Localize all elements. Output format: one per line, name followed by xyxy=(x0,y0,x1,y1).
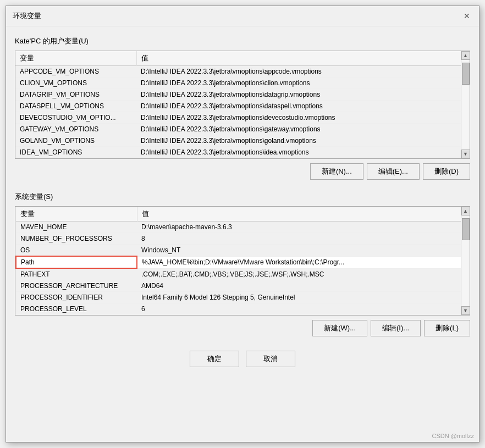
var-cell: DATAGRIP_VM_OPTIONS xyxy=(15,89,136,101)
var-cell: PROCESSOR_ARCHITECTURE xyxy=(16,280,137,292)
system-variables-table-container: 变量 值 MAVEN_HOMED:\maven\apache-maven-3.6… xyxy=(15,206,470,316)
user-scroll-up[interactable]: ▲ xyxy=(461,51,470,60)
system-scroll-track xyxy=(461,215,470,306)
val-cell: Intel64 Family 6 Model 126 Stepping 5, G… xyxy=(137,292,461,303)
close-button[interactable]: ✕ xyxy=(461,10,472,21)
var-cell: CLION_VM_OPTIONS xyxy=(15,78,136,89)
table-row[interactable]: IDEA_VM_OPTIONSD:\IntelliJ IDEA 2022.3.3… xyxy=(15,147,461,158)
user-section-title: Kate'PC 的用户变量(U) xyxy=(15,33,470,48)
val-cell: D:\IntelliJ IDEA 2022.3.3\jetbra\vmoptio… xyxy=(136,112,461,124)
val-cell: 6 xyxy=(137,303,461,315)
val-cell: .COM;.EXE;.BAT;.CMD;.VBS;.VBE;JS;.JSE;.W… xyxy=(137,268,461,280)
system-new-button[interactable]: 新建(W)... xyxy=(312,320,367,336)
user-edit-button[interactable]: 编辑(E)... xyxy=(367,163,420,180)
system-delete-button[interactable]: 删除(L) xyxy=(424,320,470,336)
val-cell: D:\maven\apache-maven-3.6.3 xyxy=(137,222,461,233)
val-cell: D:\IntelliJ IDEA 2022.3.3\jetbra\vmoptio… xyxy=(136,124,461,135)
var-cell: PATHEXT xyxy=(16,268,137,280)
val-cell: D:\IntelliJ IDEA 2022.3.3\jetbra\vmoptio… xyxy=(136,147,461,158)
var-cell: OS xyxy=(16,245,137,257)
var-cell: PROCESSOR_LEVEL xyxy=(16,303,137,315)
user-scroll-track xyxy=(461,60,470,150)
user-col-val-header: 值 xyxy=(136,51,461,66)
system-col-var-header: 变量 xyxy=(16,207,137,222)
system-edit-button[interactable]: 编辑(I)... xyxy=(371,320,421,336)
system-scrollbar[interactable]: ▲ ▼ xyxy=(461,207,470,315)
table-row[interactable]: MAVEN_HOMED:\maven\apache-maven-3.6.3 xyxy=(16,222,461,233)
system-col-val-header: 值 xyxy=(137,207,461,222)
table-row[interactable]: GOLAND_VM_OPTIONSD:\IntelliJ IDEA 2022.3… xyxy=(15,135,461,147)
val-cell: D:\IntelliJ IDEA 2022.3.3\jetbra\vmoptio… xyxy=(136,135,461,147)
user-table-header: 变量 值 xyxy=(15,51,461,66)
system-table-header: 变量 值 xyxy=(16,207,461,222)
user-variables-table: 变量 值 APPCODE_VM_OPTIONSD:\IntelliJ IDEA … xyxy=(15,51,461,158)
var-cell: APPCODE_VM_OPTIONS xyxy=(15,66,136,78)
var-cell: DATASPELL_VM_OPTIONS xyxy=(15,101,136,112)
user-variables-section: Kate'PC 的用户变量(U) 变量 值 APPCODE_VM_OPTIO xyxy=(15,33,470,182)
table-row[interactable]: DATAGRIP_VM_OPTIONSD:\IntelliJ IDEA 2022… xyxy=(15,89,461,101)
table-row[interactable]: DEVECOSTUDIO_VM_OPTIO...D:\IntelliJ IDEA… xyxy=(15,112,461,124)
val-cell: Windows_NT xyxy=(137,245,461,257)
user-table-wrapper: 变量 值 APPCODE_VM_OPTIONSD:\IntelliJ IDEA … xyxy=(15,51,461,158)
system-scroll-up[interactable]: ▲ xyxy=(461,207,470,215)
table-row[interactable]: DATASPELL_VM_OPTIONSD:\IntelliJ IDEA 202… xyxy=(15,101,461,112)
table-row[interactable]: Path%JAVA_HOME%\bin;D:\VMware\VMware Wor… xyxy=(16,256,461,268)
system-scroll-thumb[interactable] xyxy=(462,218,470,240)
var-cell: PROCESSOR_IDENTIFIER xyxy=(16,292,137,303)
cancel-button[interactable]: 取消 xyxy=(246,351,295,367)
user-col-var-header: 变量 xyxy=(15,51,136,66)
val-cell: D:\IntelliJ IDEA 2022.3.3\jetbra\vmoptio… xyxy=(136,66,461,78)
title-bar: 环境变量 ✕ xyxy=(6,6,479,26)
val-cell: 8 xyxy=(137,233,461,245)
user-scroll-thumb[interactable] xyxy=(462,63,470,85)
val-cell: D:\IntelliJ IDEA 2022.3.3\jetbra\vmoptio… xyxy=(136,101,461,112)
table-row[interactable]: PATHEXT.COM;.EXE;.BAT;.CMD;.VBS;.VBE;JS;… xyxy=(16,268,461,280)
val-cell: %JAVA_HOME%\bin;D:\VMware\VMware Worksta… xyxy=(137,256,461,268)
var-cell: MAVEN_HOME xyxy=(16,222,137,233)
user-variables-table-container: 变量 值 APPCODE_VM_OPTIONSD:\IntelliJ IDEA … xyxy=(15,51,470,159)
user-buttons-row: 新建(N)... 编辑(E)... 删除(D) xyxy=(15,161,470,182)
user-delete-button[interactable]: 删除(D) xyxy=(423,163,470,180)
user-scrollbar[interactable]: ▲ ▼ xyxy=(461,51,470,158)
ok-button[interactable]: 确定 xyxy=(190,351,239,367)
table-row[interactable]: NUMBER_OF_PROCESSORS8 xyxy=(16,233,461,245)
system-table-body: MAVEN_HOMED:\maven\apache-maven-3.6.3NUM… xyxy=(16,222,461,315)
system-buttons-row: 新建(W)... 编辑(I)... 删除(L) xyxy=(15,318,470,339)
bottom-buttons-row: 确定 取消 xyxy=(15,345,470,375)
system-variables-section: 系统变量(S) 变量 值 MAVEN_HOMED:\maven\apache xyxy=(15,189,470,339)
var-cell: GOLAND_VM_OPTIONS xyxy=(15,135,136,147)
var-cell: Path xyxy=(16,256,137,268)
var-cell: NUMBER_OF_PROCESSORS xyxy=(16,233,137,245)
table-row[interactable]: PROCESSOR_LEVEL6 xyxy=(16,303,461,315)
var-cell: GATEWAY_VM_OPTIONS xyxy=(15,124,136,135)
table-row[interactable]: OSWindows_NT xyxy=(16,245,461,257)
user-scroll-down[interactable]: ▼ xyxy=(461,150,470,158)
system-section-title: 系统变量(S) xyxy=(15,189,470,204)
val-cell: D:\IntelliJ IDEA 2022.3.3\jetbra\vmoptio… xyxy=(136,89,461,101)
table-row[interactable]: PROCESSOR_ARCHITECTUREAMD64 xyxy=(16,280,461,292)
user-new-button[interactable]: 新建(N)... xyxy=(310,163,363,180)
var-cell: IDEA_VM_OPTIONS xyxy=(15,147,136,158)
system-scroll-down[interactable]: ▼ xyxy=(461,306,470,315)
table-row[interactable]: GATEWAY_VM_OPTIONSD:\IntelliJ IDEA 2022.… xyxy=(15,124,461,135)
table-row[interactable]: APPCODE_VM_OPTIONSD:\IntelliJ IDEA 2022.… xyxy=(15,66,461,78)
system-table-wrapper: 变量 值 MAVEN_HOMED:\maven\apache-maven-3.6… xyxy=(15,207,461,315)
table-row[interactable]: PROCESSOR_IDENTIFIERIntel64 Family 6 Mod… xyxy=(16,292,461,303)
val-cell: AMD64 xyxy=(137,280,461,292)
watermark: CSDN @mollzz xyxy=(432,433,474,439)
dialog-title: 环境变量 xyxy=(13,11,41,21)
var-cell: DEVECOSTUDIO_VM_OPTIO... xyxy=(15,112,136,124)
dialog-body: Kate'PC 的用户变量(U) 变量 值 APPCODE_VM_OPTIO xyxy=(6,26,479,442)
val-cell: D:\IntelliJ IDEA 2022.3.3\jetbra\vmoptio… xyxy=(136,78,461,89)
environment-variables-dialog: 环境变量 ✕ Kate'PC 的用户变量(U) 变量 值 xyxy=(5,5,480,443)
user-table-body: APPCODE_VM_OPTIONSD:\IntelliJ IDEA 2022.… xyxy=(15,66,461,158)
system-variables-table: 变量 值 MAVEN_HOMED:\maven\apache-maven-3.6… xyxy=(15,207,461,315)
table-row[interactable]: CLION_VM_OPTIONSD:\IntelliJ IDEA 2022.3.… xyxy=(15,78,461,89)
